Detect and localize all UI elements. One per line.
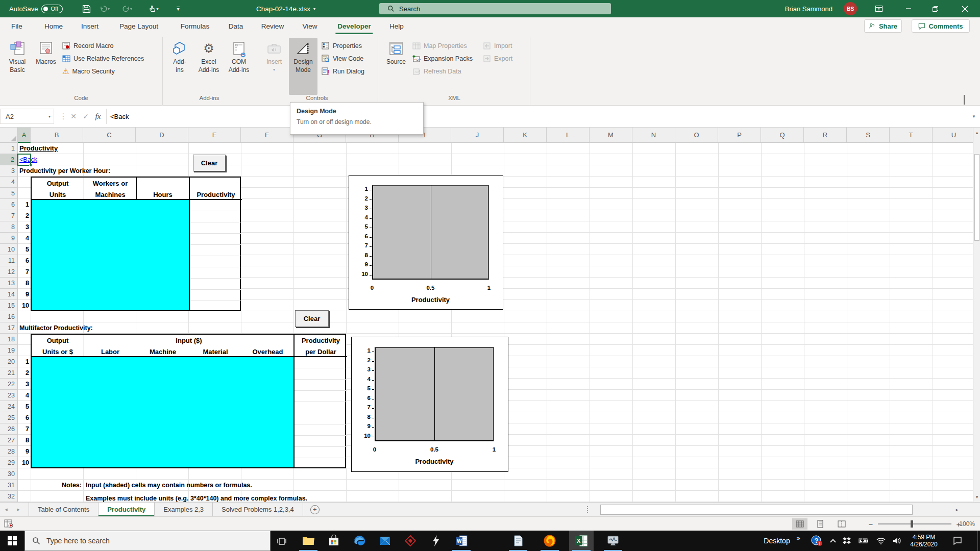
cancel-entry-button[interactable]: ✕ xyxy=(67,109,80,124)
refresh-data-button[interactable]: <o>! Refresh Data xyxy=(412,65,461,78)
productivity-chart-2[interactable]: 1234567891000.51Productivity xyxy=(351,337,508,472)
expand-formula-bar-button[interactable]: ▾ xyxy=(968,109,980,124)
taskbar-microsoft-store[interactable] xyxy=(322,531,346,551)
tab-formulas[interactable]: Formulas xyxy=(178,20,212,32)
productivity-chart-1[interactable]: 1234567891000.51Productivity xyxy=(349,175,503,310)
taskbar-lightning-app[interactable] xyxy=(424,531,448,551)
zoom-out-button[interactable]: − xyxy=(866,518,876,530)
row-header-4[interactable]: 4 xyxy=(0,177,18,188)
toolbar-overflow-chevron-icon[interactable]: » xyxy=(794,528,802,548)
battery-tray-icon[interactable] xyxy=(856,531,871,551)
document-title[interactable]: Chap-02-14e.xlsx ▾ xyxy=(240,0,332,17)
table1-input-cells[interactable] xyxy=(32,200,189,310)
sheet-tab-solved-problems[interactable]: Solved Problems 1,2,3,4 xyxy=(213,503,303,516)
column-header-T[interactable]: T xyxy=(890,128,933,143)
page-break-view-button[interactable] xyxy=(834,518,849,530)
expansion-packs-button[interactable]: <o> Expansion Packs xyxy=(412,53,473,65)
worker-hour-table[interactable]: Output Units Workers or Machines Hours P… xyxy=(31,177,241,311)
taskbar-search-input[interactable]: Type here to search xyxy=(24,531,271,551)
column-header-B[interactable]: B xyxy=(31,128,83,143)
save-button[interactable] xyxy=(80,0,93,17)
row-header-31[interactable]: 31 xyxy=(0,480,18,491)
macro-security-button[interactable]: ⚠ Macro Security xyxy=(62,65,115,78)
restore-button[interactable] xyxy=(924,0,946,17)
taskbar-omen[interactable] xyxy=(398,531,423,551)
taskbar-firefox[interactable] xyxy=(537,531,562,551)
touch-mouse-mode-button[interactable]: ▾ xyxy=(147,0,160,17)
taskbar-system-monitor[interactable] xyxy=(601,531,625,551)
scroll-up-icon[interactable]: ▴ xyxy=(974,129,980,137)
sheet-tab-table-of-contents[interactable]: Table of Contents xyxy=(29,503,99,516)
row-header-32[interactable]: 32 xyxy=(0,491,18,502)
task-view-button[interactable] xyxy=(270,531,294,551)
vertical-scrollbar[interactable]: ▴ ▾ xyxy=(973,128,980,502)
name-box[interactable]: A2 ▾ xyxy=(0,109,54,124)
column-header-A[interactable]: A xyxy=(18,128,31,143)
table2-input-cells[interactable] xyxy=(32,357,293,467)
show-desktop-button[interactable] xyxy=(977,531,980,551)
comments-button[interactable]: Comments xyxy=(912,19,970,33)
taskbar-notepad[interactable] xyxy=(506,531,530,551)
vertical-scroll-thumb[interactable] xyxy=(974,154,979,241)
confirm-entry-button[interactable]: ✓ xyxy=(80,109,92,124)
redo-button[interactable]: ▾ xyxy=(120,0,134,17)
new-sheet-button[interactable]: + xyxy=(310,505,320,514)
macros-button[interactable]: Macros xyxy=(33,38,59,95)
taskbar-excel[interactable]: X xyxy=(569,531,594,551)
tab-scroll-splitter[interactable] xyxy=(587,506,589,513)
minimize-button[interactable] xyxy=(897,0,920,17)
zoom-level[interactable]: 100% xyxy=(959,520,975,528)
taskbar-clock[interactable]: 4:59 PM 4/26/2020 xyxy=(904,531,943,551)
row-header-30[interactable]: 30 xyxy=(0,468,18,480)
column-header-J[interactable]: J xyxy=(451,128,504,143)
scroll-right-icon[interactable]: ▸ xyxy=(953,506,961,514)
view-code-button[interactable]: View Code xyxy=(322,53,363,65)
horizontal-scroll-thumb[interactable] xyxy=(600,505,913,515)
worksheet-grid[interactable]: ABCDEFGHIJKLMNOPQRSTU 123456789101112131… xyxy=(0,128,973,502)
properties-button[interactable]: Properties xyxy=(322,40,362,52)
zoom-slider-track[interactable] xyxy=(878,523,951,524)
sheet-tab-examples[interactable]: Examples 2,3 xyxy=(155,503,213,516)
dropbox-tray-icon[interactable] xyxy=(840,531,853,551)
table1-result-cells[interactable] xyxy=(190,200,241,310)
source-button[interactable]: Source xyxy=(383,38,409,95)
tab-page-layout[interactable]: Page Layout xyxy=(116,20,161,32)
column-header-N[interactable]: N xyxy=(632,128,675,143)
cell-a17-heading[interactable]: Multifactor Productivity: xyxy=(19,322,93,334)
import-button[interactable]: Import xyxy=(483,40,512,52)
taskbar-file-explorer[interactable] xyxy=(296,531,321,551)
run-dialog-button[interactable]: ! Run Dialog xyxy=(322,65,364,78)
row-header-18[interactable]: 18 xyxy=(0,334,18,345)
start-button[interactable] xyxy=(0,531,24,551)
multifactor-table[interactable]: Output Input ($) Productivity Units or $… xyxy=(31,334,346,468)
row-header-5[interactable]: 5 xyxy=(0,188,18,199)
horizontal-scrollbar[interactable]: ▸ xyxy=(599,504,962,515)
row-header-3[interactable]: 3 xyxy=(0,165,18,177)
column-header-O[interactable]: O xyxy=(675,128,718,143)
taskbar-mail[interactable] xyxy=(373,531,397,551)
select-all-corner[interactable] xyxy=(0,128,18,143)
table2-result-cells[interactable] xyxy=(295,357,347,467)
tab-developer[interactable]: Developer xyxy=(334,20,374,32)
cell-a3-heading[interactable]: Productivity per Worker Hour: xyxy=(19,165,110,177)
design-mode-button[interactable]: Design Mode xyxy=(289,38,317,95)
column-header-E[interactable]: E xyxy=(188,128,241,143)
add-ins-button[interactable]: Add- ins xyxy=(166,38,193,95)
excel-add-ins-button[interactable]: ⚙ Excel Add-ins xyxy=(195,38,223,95)
macro-record-status-button[interactable] xyxy=(4,519,13,530)
map-properties-button[interactable]: Map Properties xyxy=(412,40,467,52)
column-header-D[interactable]: D xyxy=(136,128,188,143)
clear-button-2[interactable]: Clear xyxy=(295,310,329,327)
column-header-S[interactable]: S xyxy=(847,128,890,143)
collapse-ribbon-button[interactable] xyxy=(964,96,965,105)
column-header-K[interactable]: K xyxy=(504,128,547,143)
clear-button-1[interactable]: Clear xyxy=(193,155,226,171)
column-header-L[interactable]: L xyxy=(547,128,590,143)
column-header-M[interactable]: M xyxy=(590,128,632,143)
tab-file[interactable]: File xyxy=(8,20,26,32)
row-header-1[interactable]: 1 xyxy=(0,143,18,154)
row-header-2[interactable]: 2 xyxy=(0,154,18,165)
record-macro-button[interactable]: Record Macro xyxy=(62,40,114,52)
row-header-19[interactable]: 19 xyxy=(0,345,18,356)
active-cell-selection[interactable] xyxy=(17,154,31,166)
